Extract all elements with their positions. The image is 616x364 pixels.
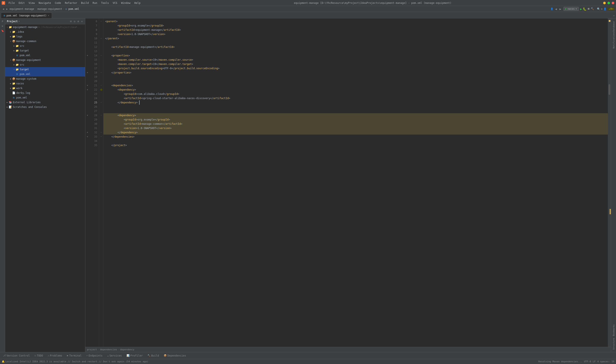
fold-icon-33[interactable]: ▼ bbox=[87, 136, 88, 138]
panel-settings[interactable]: ⚙ bbox=[77, 20, 80, 23]
tab-version-control[interactable]: ⎇ Version Control bbox=[1, 353, 32, 358]
build-button[interactable]: 🔨 bbox=[591, 7, 594, 11]
debug-button[interactable]: 🐛 bbox=[583, 7, 587, 11]
fold-arrow-6[interactable]: ─ bbox=[101, 20, 102, 22]
tab-services[interactable]: ☁ Services bbox=[105, 353, 124, 358]
fold-icon-14[interactable]: ▼ bbox=[87, 54, 88, 57]
menu-tools[interactable]: Tools bbox=[99, 1, 110, 5]
menu-edit[interactable]: Edit bbox=[17, 1, 27, 5]
tree-item-pom-me[interactable]: m pom.xml bbox=[5, 72, 85, 77]
tree-item-ext-libs[interactable]: ▶ 📚 External Libraries bbox=[5, 100, 85, 105]
tree-item-pom-mc[interactable]: m pom.xml bbox=[5, 53, 85, 58]
fold-icon-32[interactable]: ▼ bbox=[87, 131, 88, 133]
minimize-button[interactable]: ─ bbox=[603, 2, 606, 4]
tree-item-root[interactable]: ▾ 📁 equipment-manage D:\YhcResource\myPr… bbox=[5, 25, 85, 29]
tree-item-derby-log[interactable]: 📄 derby.log bbox=[5, 91, 85, 95]
back-nav[interactable]: ◀ bbox=[554, 7, 558, 11]
breadcrumb-root[interactable]: equipment-manage bbox=[9, 7, 34, 11]
bookmarks-panel-button[interactable]: Bookmarks bbox=[612, 324, 616, 337]
fold-arrow-32b[interactable]: ─ bbox=[101, 131, 102, 133]
scroll-thumb[interactable] bbox=[609, 84, 610, 95]
fold-icon-28[interactable]: ▼ bbox=[87, 114, 88, 117]
fold-arrow-21b[interactable]: ─ bbox=[101, 84, 102, 87]
status-position[interactable]: 4 spaces: 19 bbox=[597, 360, 614, 363]
fwd-nav[interactable]: ▶ bbox=[559, 7, 562, 11]
structure-panel-button[interactable]: Structure bbox=[612, 338, 616, 350]
search-button[interactable]: 🔍 bbox=[597, 7, 600, 11]
tree-item-idea[interactable]: ▶ 📁 .idea bbox=[5, 29, 85, 34]
nav-breadcrumb: project › dependencies › dependency bbox=[85, 347, 611, 352]
tree-item-nacos[interactable]: ▶ 📁 nacos bbox=[5, 81, 85, 86]
fold-arrow-14b[interactable]: ─ bbox=[101, 54, 102, 57]
status-notification-toggle[interactable]: 🔔 Localized IntelliJ IDEA 2022.3 is avai… bbox=[2, 360, 148, 363]
menu-file[interactable]: File bbox=[7, 1, 16, 5]
fold-arrow-33[interactable]: ─ bbox=[101, 136, 102, 138]
run-button[interactable]: ▶ bbox=[580, 7, 582, 11]
fold-icon-18[interactable]: ▼ bbox=[87, 72, 88, 74]
menu-view[interactable]: View bbox=[27, 1, 37, 5]
structure-icon[interactable]: ≡ bbox=[0, 24, 5, 28]
fold-arrow-25[interactable]: ─ bbox=[101, 102, 102, 104]
menu-code[interactable]: Code bbox=[53, 1, 63, 5]
tree-item-src-mc[interactable]: ▶ 📁 src bbox=[5, 44, 85, 48]
run-config-selector[interactable]: ▶ nacos ▾ bbox=[563, 7, 579, 11]
tree-item-work[interactable]: ▶ 📁 work bbox=[5, 86, 85, 91]
tree-item-manage-system[interactable]: ▶ 📦 manage-system bbox=[5, 77, 85, 81]
tree-item-manage-common[interactable]: ▾ 📦 manage-common bbox=[5, 39, 85, 44]
tab-endpoints[interactable]: ⚡ Endpoints bbox=[84, 353, 105, 358]
menu-refactor[interactable]: Refactor bbox=[63, 1, 79, 5]
project-dropdown-icon[interactable]: ▾ bbox=[19, 20, 20, 22]
tree-item-target-me[interactable]: ▾ 📁 target bbox=[5, 67, 85, 72]
tab-problems[interactable]: ⚠ Problems bbox=[46, 353, 64, 358]
status-line-sep[interactable]: LF bbox=[593, 360, 595, 363]
close-button[interactable]: ✕ bbox=[612, 2, 614, 4]
tab-profiler[interactable]: 📊 Profiler bbox=[124, 353, 145, 358]
panel-hide[interactable]: ✕ bbox=[80, 20, 83, 23]
back-button[interactable]: ◀ bbox=[2, 7, 5, 11]
menu-vcs[interactable]: VCS bbox=[111, 1, 119, 5]
menu-build[interactable]: Build bbox=[79, 1, 90, 5]
profile-button[interactable]: 👤 bbox=[603, 7, 607, 11]
menu-run[interactable]: Run bbox=[91, 1, 99, 5]
tab-close-button[interactable]: ✕ bbox=[48, 14, 49, 17]
tree-item-pom-root[interactable]: m pom.xml bbox=[5, 95, 85, 100]
panel-collapse-all[interactable]: ⊟ bbox=[69, 20, 72, 23]
database-panel-button[interactable]: Database bbox=[612, 20, 616, 33]
menu-navigate[interactable]: Navigate bbox=[37, 1, 53, 5]
tab-dependencies[interactable]: 📦 Dependencies bbox=[161, 353, 188, 358]
fold-arrow-18b[interactable]: ─ bbox=[101, 72, 102, 74]
tree-item-logs[interactable]: ▶ 📁 logs bbox=[5, 34, 85, 39]
breadcrumb-file[interactable]: m pom.xml bbox=[66, 7, 79, 11]
bookmark-icon[interactable]: 🔖 bbox=[0, 29, 5, 33]
maximize-button[interactable]: □ bbox=[607, 2, 610, 4]
tree-item-src-me[interactable]: ▶ 📁 src bbox=[5, 62, 85, 67]
forward-button[interactable]: ▶ bbox=[5, 7, 9, 11]
scrollbar[interactable] bbox=[608, 18, 611, 347]
tab-todo[interactable]: ☑ TODO bbox=[32, 353, 45, 358]
menu-window[interactable]: Window bbox=[120, 1, 132, 5]
status-encoding[interactable]: UTF-8 bbox=[584, 360, 591, 363]
panel-locate-file[interactable]: ◎ bbox=[73, 20, 76, 23]
fold-arrow-10[interactable]: ─ bbox=[101, 37, 102, 39]
breadcrumb-module[interactable]: manage-equipment bbox=[37, 7, 62, 11]
stop-button[interactable]: ⏹ bbox=[587, 7, 590, 11]
tree-item-manage-equipment[interactable]: ▾ 📦 manage-equipment bbox=[5, 58, 85, 62]
tree-item-target-mc[interactable]: ▶ 📁 target bbox=[5, 48, 85, 53]
tree-item-scratches[interactable]: ▶ 📝 Scratches and Consoles bbox=[5, 105, 85, 109]
tab-terminal[interactable]: ▶ Terminal bbox=[65, 353, 84, 358]
tab-build[interactable]: 🔨 Build bbox=[145, 353, 161, 358]
tab-overflow-button[interactable]: ⋯ bbox=[612, 13, 616, 18]
code-editor[interactable]: <parent> <groupId>org.example</groupId> … bbox=[104, 18, 608, 347]
settings-button[interactable]: ⚙ bbox=[601, 7, 603, 11]
nav-crumb-dependency[interactable]: dependency bbox=[120, 348, 134, 351]
menu-help[interactable]: Help bbox=[133, 1, 142, 5]
nav-crumb-dependencies[interactable]: dependencies bbox=[100, 348, 117, 351]
tab-pom-xml[interactable]: m pom.xml (manage-equipment) ✕ bbox=[1, 13, 52, 18]
nav-crumb-project[interactable]: project bbox=[87, 348, 97, 351]
project-panel-toggle[interactable]: P bbox=[0, 19, 5, 24]
notifications-panel-button[interactable]: Notifications bbox=[612, 34, 616, 47]
fold-icon-22[interactable]: ▼ bbox=[87, 89, 88, 91]
fold-icon-21[interactable]: ▼ bbox=[87, 84, 88, 87]
warning-badge[interactable]: ⚠ 9 ▾ bbox=[608, 7, 614, 10]
fold-arrow-28b[interactable]: ─ bbox=[101, 114, 102, 117]
